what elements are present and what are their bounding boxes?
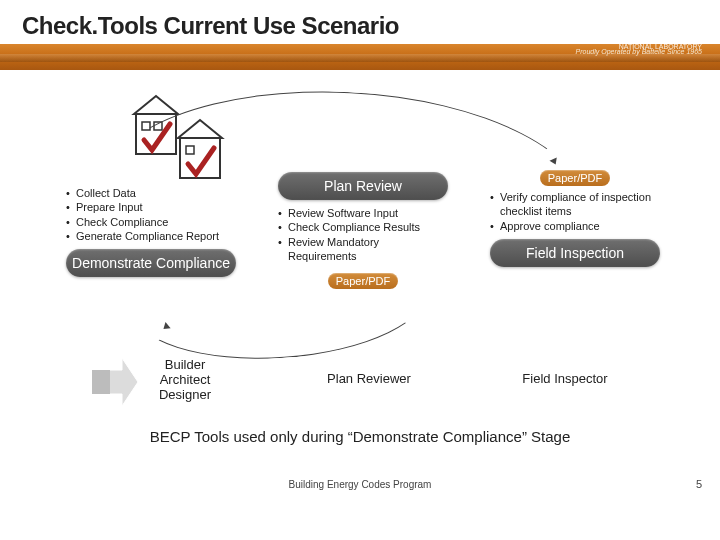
role-plan-reviewer: Plan Reviewer	[314, 372, 424, 387]
role-field-inspector: Field Inspector	[510, 372, 620, 387]
svg-marker-8	[92, 370, 110, 394]
logo-bird-icon	[576, 12, 600, 36]
list-item: Check Compliance Results	[278, 220, 448, 234]
slide-caption: BECP Tools used only during “Demonstrate…	[0, 428, 720, 445]
list-item: Review Mandatory Requirements	[278, 235, 448, 264]
slide-header: Check.Tools Current Use Scenario Pacific…	[0, 0, 720, 70]
slide-footer: Building Energy Codes Program	[0, 479, 720, 490]
list-item: Collect Data	[66, 186, 236, 200]
list-item: Prepare Input	[66, 200, 236, 214]
list-item: Approve compliance	[490, 219, 660, 233]
slide-body: Collect Data Prepare Input Check Complia…	[0, 70, 720, 500]
stage-plan-review: Plan Review Review Software Input Check …	[278, 172, 448, 293]
stage-plan-review-label: Plan Review	[278, 172, 448, 200]
role-row: Builder Architect Designer Plan Reviewer…	[0, 358, 720, 418]
stage-plan-review-bullets: Review Software Input Check Compliance R…	[278, 206, 448, 263]
role-builder-label: Builder Architect Designer	[130, 358, 240, 403]
list-item: Check Compliance	[66, 215, 236, 229]
role-arrow-icon	[92, 358, 138, 406]
brand-tagline: Proudly Operated by Battelle Since 1965	[576, 48, 702, 55]
list-item: Verify compliance of inspection checklis…	[490, 190, 660, 219]
svg-marker-1	[134, 96, 178, 114]
stage-demonstrate-bullets: Collect Data Prepare Input Check Complia…	[66, 186, 236, 243]
svg-rect-2	[142, 122, 150, 130]
buildings-check-icon	[130, 90, 226, 180]
badge-paper-pdf: Paper/PDF	[540, 170, 610, 186]
svg-rect-6	[186, 146, 194, 154]
stage-field-inspection: Paper/PDF Verify compliance of inspectio…	[490, 166, 660, 267]
stage-field-inspection-bullets: Verify compliance of inspection checklis…	[490, 190, 660, 233]
svg-rect-3	[154, 122, 162, 130]
brand-name: Pacific Northwest	[610, 32, 702, 43]
stage-demonstrate-label: Demonstrate Compliance	[66, 249, 236, 277]
page-number: 5	[696, 478, 702, 490]
list-item: Review Software Input	[278, 206, 448, 220]
stage-demonstrate: Collect Data Prepare Input Check Complia…	[66, 186, 236, 277]
stage-field-inspection-label: Field Inspection	[490, 239, 660, 267]
role-builder: Builder Architect Designer	[130, 358, 240, 403]
svg-marker-5	[178, 120, 222, 138]
list-item: Generate Compliance Report	[66, 229, 236, 243]
badge-paper-pdf: Paper/PDF	[328, 273, 398, 289]
